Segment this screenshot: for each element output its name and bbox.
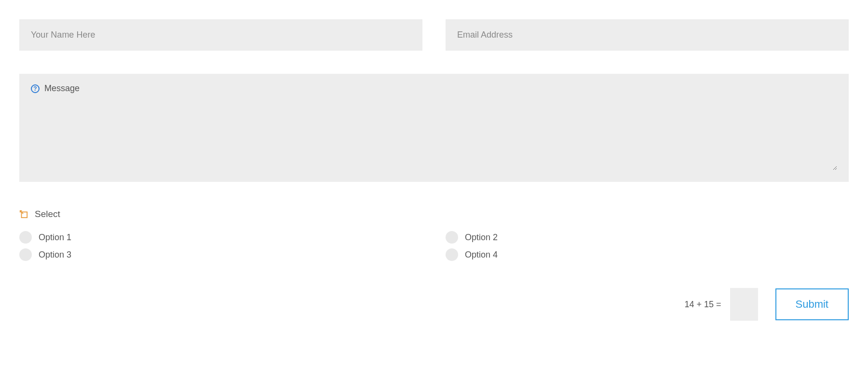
- message-input[interactable]: [31, 96, 837, 170]
- select-label: Select: [35, 209, 60, 219]
- radio-option-4[interactable]: [446, 248, 458, 261]
- select-header: Select: [19, 209, 849, 219]
- option-label-3: Option 3: [39, 250, 71, 260]
- option-label-2: Option 2: [465, 232, 498, 243]
- submit-row: 14 + 15 = Submit: [19, 288, 849, 321]
- radio-option-2[interactable]: [446, 231, 458, 244]
- help-icon[interactable]: ?: [31, 84, 40, 93]
- message-label: Message: [44, 83, 80, 94]
- radio-option-3[interactable]: [19, 248, 32, 261]
- contact-form: ? Message Select Option 1 Option 2: [19, 19, 849, 321]
- option-item-1: Option 1: [19, 231, 422, 244]
- message-label-row: ? Message: [31, 83, 837, 94]
- options-grid: Option 1 Option 2 Option 3 Option 4: [19, 231, 849, 261]
- captcha-input[interactable]: [730, 288, 758, 321]
- option-label-4: Option 4: [465, 250, 498, 260]
- arrow-box-icon: [19, 210, 28, 218]
- message-wrapper: ? Message: [19, 74, 849, 182]
- captcha-question: 14 + 15 =: [684, 300, 721, 310]
- option-item-2: Option 2: [446, 231, 849, 244]
- radio-option-1[interactable]: [19, 231, 32, 244]
- name-input[interactable]: [19, 19, 422, 51]
- submit-button[interactable]: Submit: [775, 288, 849, 320]
- option-item-3: Option 3: [19, 248, 422, 261]
- option-label-1: Option 1: [39, 232, 71, 243]
- email-input[interactable]: [446, 19, 849, 51]
- select-section: Select Option 1 Option 2 Option 3 Option…: [19, 209, 849, 261]
- name-email-row: [19, 19, 849, 51]
- option-item-4: Option 4: [446, 248, 849, 261]
